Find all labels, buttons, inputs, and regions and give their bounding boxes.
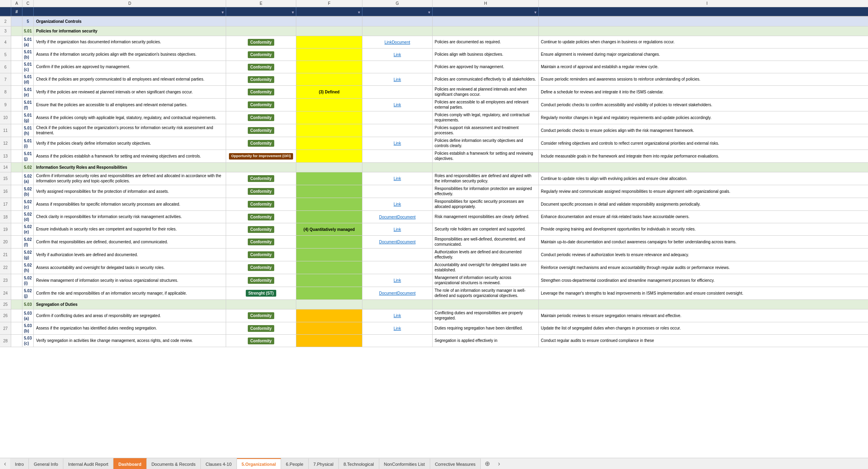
reference-link[interactable]: Link bbox=[394, 52, 401, 57]
reference-link[interactable]: Link bbox=[394, 141, 401, 146]
table-row: 105.01 (g)Assess if the policies comply … bbox=[0, 111, 868, 124]
cell-recommendations: Continue to update policies when changes… bbox=[539, 36, 868, 48]
cell-maturity bbox=[296, 198, 362, 210]
cell-id: 5.01 (h) bbox=[22, 124, 34, 137]
table-row: 195.02 (e)Ensure individuals in security… bbox=[0, 223, 868, 236]
table-row: 205.02 (f)Confirm that responsibilities … bbox=[0, 236, 868, 249]
cell-recommendations: Strengthen cross-departmental coordinati… bbox=[539, 274, 868, 287]
tab-corrective-measures[interactable]: Corrective Measures bbox=[430, 458, 481, 469]
reference-link[interactable]: Document bbox=[397, 291, 416, 296]
title-text: Check if the policies are properly commu… bbox=[36, 77, 204, 82]
title-text: Assess if the policies comply with appli… bbox=[36, 115, 216, 121]
tab-5-organizational[interactable]: 5.Organizational bbox=[237, 458, 281, 469]
cell-recommendations bbox=[539, 17, 868, 26]
filter-icon-maturity[interactable]: ▼ bbox=[357, 10, 361, 15]
cell-findings bbox=[433, 300, 539, 309]
cell-maturity bbox=[296, 150, 362, 162]
cell-maturity bbox=[296, 99, 362, 111]
cell-col-a bbox=[11, 300, 22, 309]
status-badge: Conformity bbox=[248, 127, 274, 134]
cell-findings: Policies are accessible to all employees… bbox=[433, 99, 539, 111]
reference-link[interactable]: Link bbox=[394, 313, 401, 318]
cell-recommendations: Regularly review and communicate assigne… bbox=[539, 185, 868, 198]
filter-icon-findings[interactable]: ▼ bbox=[534, 10, 537, 15]
reference-link[interactable]: Document bbox=[379, 239, 397, 245]
reference-link[interactable]: Link bbox=[394, 326, 401, 331]
scroll-right-tabs[interactable]: › bbox=[494, 458, 504, 469]
table-row: 95.01 (f)Ensure that the policies are ac… bbox=[0, 99, 868, 111]
cell-recommendations: Regularly monitor changes in legal and r… bbox=[539, 111, 868, 124]
cell-findings: Segregation is applied effectively in bbox=[433, 335, 539, 347]
tab-general-info[interactable]: General Info bbox=[29, 458, 63, 469]
reference-link[interactable]: Document bbox=[397, 239, 416, 245]
cell-recommendations: Leverage the manager's strengths to lead… bbox=[539, 287, 868, 299]
cell-maturity bbox=[296, 26, 362, 36]
reference-link[interactable]: Document bbox=[379, 214, 397, 220]
cell-id: 5.02 (a) bbox=[22, 172, 34, 185]
reference-link[interactable]: Link bbox=[384, 40, 392, 45]
cell-maturity bbox=[296, 17, 362, 26]
cell-reference: Link bbox=[362, 49, 433, 61]
tab-7-physical[interactable]: 7.Physical bbox=[309, 458, 339, 469]
reference-link[interactable]: Link bbox=[394, 202, 401, 207]
findings-text: Policies are accessible to all employees… bbox=[435, 100, 536, 110]
reference-link[interactable]: Link bbox=[394, 227, 401, 232]
cell-id: 5.01 (j) bbox=[22, 150, 34, 162]
cell-status: Conformity bbox=[226, 99, 296, 111]
recommendations-text: Regularly monitor changes in legal and r… bbox=[541, 115, 712, 121]
filter-icon-title[interactable]: ▼ bbox=[221, 10, 225, 15]
cell-col-a bbox=[11, 287, 22, 299]
col-header-e: E bbox=[226, 0, 296, 7]
scroll-left-tabs[interactable]: ‹ bbox=[0, 458, 10, 469]
title-text: Ensure that the policies are accessible … bbox=[36, 103, 187, 108]
cell-maturity bbox=[296, 49, 362, 61]
status-badge: Conformity bbox=[248, 277, 274, 284]
status-badge: Conformity bbox=[248, 188, 274, 195]
tab-6-people[interactable]: 6.People bbox=[281, 458, 308, 469]
findings-text: Policies comply with legal, regulatory, … bbox=[435, 113, 536, 123]
filter-icon-status[interactable]: ▼ bbox=[291, 10, 295, 15]
reference-link[interactable]: Link bbox=[394, 102, 401, 107]
row-number: 4 bbox=[0, 36, 11, 48]
cell-status: Conformity bbox=[226, 36, 296, 48]
recommendations-text: Provide ongoing training and development… bbox=[541, 227, 696, 232]
tab-dashboard[interactable]: Dashboard bbox=[113, 458, 146, 469]
tab-documents-&-records[interactable]: Documents & Records bbox=[147, 458, 201, 469]
cell-reference bbox=[362, 124, 433, 137]
title-text: Verify if the policies clearly define in… bbox=[36, 141, 151, 146]
cell-col-a bbox=[11, 86, 22, 98]
title-text: Segregation of Duties bbox=[36, 302, 77, 307]
findings-text: Authorization levels are defined and doc… bbox=[435, 250, 536, 260]
tab-intro[interactable]: Intro bbox=[10, 458, 29, 469]
hash-label: # bbox=[15, 9, 18, 14]
tab-clauses-4-10[interactable]: Clauses 4-10 bbox=[201, 458, 237, 469]
title-text: Review management of information securit… bbox=[36, 278, 178, 283]
add-sheet-button[interactable]: ⊕ bbox=[481, 458, 494, 469]
reference-link[interactable]: Link bbox=[394, 176, 401, 181]
cell-col-a bbox=[11, 322, 22, 334]
col-header-a: A bbox=[11, 0, 22, 7]
cell-maturity: (4) Quantitatively managed bbox=[296, 223, 362, 235]
status-badge: Conformity bbox=[248, 214, 274, 220]
bottom-tabs: ‹ IntroGeneral InfoInternal Audit Report… bbox=[0, 458, 868, 469]
reference-link[interactable]: Link bbox=[394, 77, 401, 82]
recommendations-text: Regularly review and communicate assigne… bbox=[541, 189, 730, 194]
col-header-hash: # bbox=[11, 7, 22, 16]
status-badge: Strenght (ST) bbox=[246, 290, 276, 297]
filter-icon-reference[interactable]: ▼ bbox=[427, 10, 431, 15]
cell-title: Assess if responsibilities for specific … bbox=[34, 198, 226, 210]
cell-reference bbox=[362, 150, 433, 162]
reference-link[interactable]: Document bbox=[379, 291, 397, 296]
cell-recommendations: Maintain periodic reviews to ensure segr… bbox=[539, 309, 868, 322]
reference-link[interactable]: Document bbox=[392, 40, 410, 45]
tab-internal-audit-report[interactable]: Internal Audit Report bbox=[63, 458, 113, 469]
col-header-maturity: ▼ bbox=[296, 7, 362, 16]
reference-link[interactable]: Document bbox=[397, 214, 416, 220]
cell-findings: Security role holders are competent and … bbox=[433, 223, 539, 235]
tab-nonconformities-list[interactable]: NonConformities List bbox=[379, 458, 430, 469]
tab-8-technological[interactable]: 8.Technological bbox=[339, 458, 379, 469]
recommendations-text: Leverage the manager's strengths to lead… bbox=[541, 291, 743, 296]
cell-reference bbox=[362, 249, 433, 261]
reference-link[interactable]: Link bbox=[394, 278, 401, 283]
cell-maturity bbox=[296, 287, 362, 299]
